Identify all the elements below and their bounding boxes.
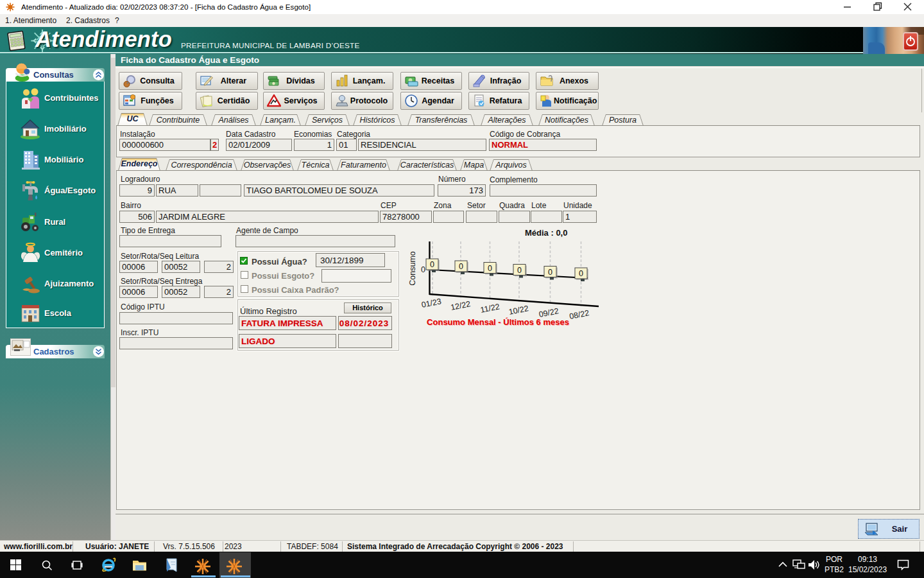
svg-text:0: 0 [548,268,552,277]
svg-text:11/22: 11/22 [480,302,501,315]
svg-text:Consumo: Consumo [408,251,417,286]
svg-text:0: 0 [430,260,434,269]
svg-text:01/23: 01/23 [421,297,442,310]
svg-text:Consumo Mensal - Últimos 6 mes: Consumo Mensal - Últimos 6 meses [427,317,569,327]
svg-text:0: 0 [488,264,492,273]
svg-text:0: 0 [579,269,583,278]
svg-text:0: 0 [421,265,425,274]
svg-text:08/22: 08/22 [569,308,590,321]
svg-text:0: 0 [459,262,463,271]
svg-text:12/22: 12/22 [450,299,471,312]
svg-text:10/22: 10/22 [508,304,529,317]
svg-text:0: 0 [517,266,522,275]
svg-text:Média : 0,0: Média : 0,0 [525,228,567,238]
